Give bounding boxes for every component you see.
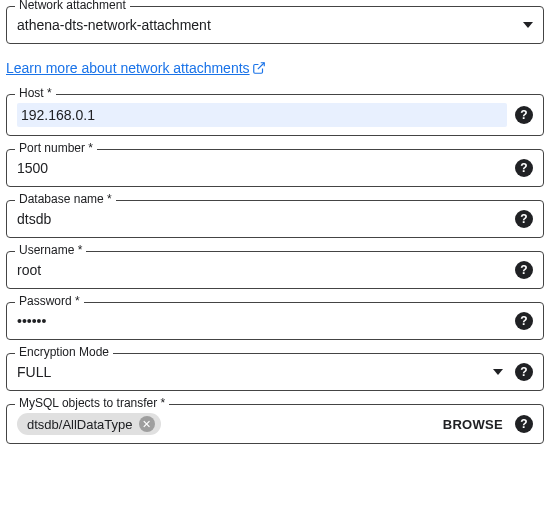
help-icon[interactable]: ?: [515, 261, 533, 279]
port-label: Port number *: [15, 141, 97, 155]
objects-label: MySQL objects to transfer *: [15, 396, 169, 410]
password-field[interactable]: Password * •••••• ?: [6, 302, 544, 340]
database-label: Database name *: [15, 192, 116, 206]
help-icon[interactable]: ?: [515, 312, 533, 330]
username-input[interactable]: root: [17, 260, 507, 280]
help-icon[interactable]: ?: [515, 210, 533, 228]
help-icon[interactable]: ?: [515, 415, 533, 433]
svg-line-0: [257, 63, 263, 69]
object-chip-text: dtsdb/AllDataType: [27, 417, 133, 432]
port-field[interactable]: Port number * 1500 ?: [6, 149, 544, 187]
username-field[interactable]: Username * root ?: [6, 251, 544, 289]
database-input[interactable]: dtsdb: [17, 209, 507, 229]
browse-button[interactable]: BROWSE: [443, 417, 503, 432]
password-input[interactable]: ••••••: [17, 311, 507, 331]
network-attachment-field[interactable]: Network attachment athena-dts-network-at…: [6, 6, 544, 44]
help-icon[interactable]: ?: [515, 159, 533, 177]
object-chip: dtsdb/AllDataType ✕: [17, 413, 161, 435]
database-field[interactable]: Database name * dtsdb ?: [6, 200, 544, 238]
learn-more-row: Learn more about network attachments: [6, 60, 544, 76]
chevron-down-icon[interactable]: [493, 369, 503, 375]
external-link-icon: [252, 61, 266, 75]
learn-more-link[interactable]: Learn more about network attachments: [6, 60, 266, 76]
objects-field[interactable]: MySQL objects to transfer * dtsdb/AllDat…: [6, 404, 544, 444]
encryption-value: FULL: [17, 362, 485, 382]
network-attachment-value: athena-dts-network-attachment: [17, 15, 515, 35]
username-label: Username *: [15, 243, 86, 257]
help-icon[interactable]: ?: [515, 106, 533, 124]
password-label: Password *: [15, 294, 84, 308]
host-field[interactable]: Host * 192.168.0.1 ?: [6, 94, 544, 136]
host-label: Host *: [15, 86, 56, 100]
help-icon[interactable]: ?: [515, 363, 533, 381]
port-input[interactable]: 1500: [17, 158, 507, 178]
learn-more-text: Learn more about network attachments: [6, 60, 250, 76]
close-icon[interactable]: ✕: [139, 416, 155, 432]
host-input[interactable]: 192.168.0.1: [17, 103, 507, 127]
chevron-down-icon[interactable]: [523, 22, 533, 28]
encryption-label: Encryption Mode: [15, 345, 113, 359]
encryption-field[interactable]: Encryption Mode FULL ?: [6, 353, 544, 391]
network-attachment-label: Network attachment: [15, 0, 130, 12]
